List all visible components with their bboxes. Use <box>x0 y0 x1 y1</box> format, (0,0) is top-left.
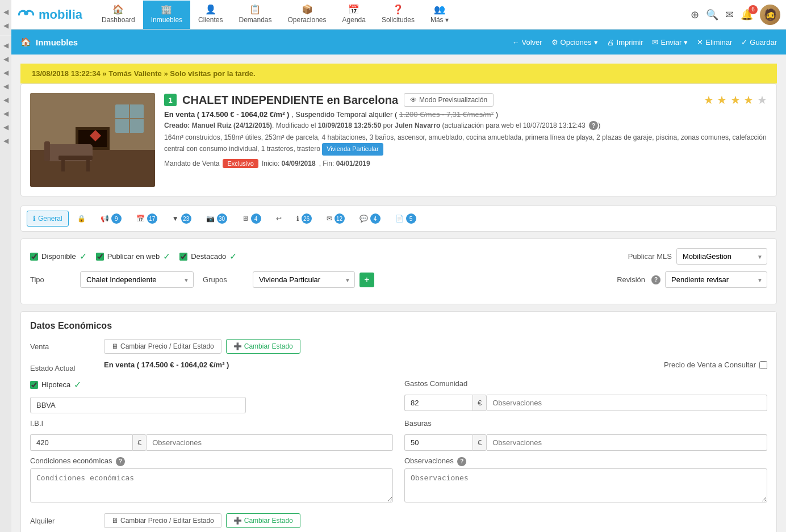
alquiler-cambiar-precio-button[interactable]: 🖥 Cambiar Precio / Editar Estado <box>104 513 221 528</box>
sidebar-arrow[interactable]: ◀ <box>2 121 10 133</box>
observaciones-help-icon[interactable]: ? <box>457 457 466 466</box>
gastos-comunidad-input[interactable] <box>404 395 473 411</box>
star-4: ★ <box>743 94 754 106</box>
tab-history[interactable]: ↩ <box>270 211 288 227</box>
nav-demandas[interactable]: 📋 Demandas <box>231 1 279 29</box>
gastos-comunidad-input-group: € <box>404 395 487 411</box>
nav-mas[interactable]: 👥 Más ▾ <box>423 1 457 29</box>
tab-calendar[interactable]: 📅 17 <box>130 210 164 228</box>
hipoteca-checkbox[interactable] <box>30 381 38 389</box>
publicar-web-label: Publicar en web <box>107 252 160 261</box>
nav-clientes[interactable]: 👤 Clientes <box>190 1 231 29</box>
revision-help-icon[interactable]: ? <box>651 275 660 284</box>
precio-consultar-label: Precio de Venta a Consultar <box>664 361 756 369</box>
dashboard-icon: 🏠 <box>112 4 124 15</box>
notifications-button[interactable]: 🔔 6 <box>741 9 753 21</box>
grupos-select[interactable]: Vivienda Particular Otro grupo <box>253 271 355 288</box>
left-sidebar: ◀ ◀ ◀ ◀ ◀ ◀ ◀ ◀ ◀ ◀ <box>0 0 11 532</box>
sidebar-arrow[interactable]: ◀ <box>2 39 10 52</box>
gear-icon: ⚙ <box>551 38 558 47</box>
gastos-obs-input[interactable] <box>487 395 767 411</box>
user-avatar[interactable]: 🧔 <box>760 5 780 25</box>
tab-whatsapp[interactable]: 💬 4 <box>353 210 387 228</box>
mail-button[interactable]: ✉ <box>725 9 734 21</box>
sidebar-arrow[interactable]: ◀ <box>2 6 10 18</box>
sidebar-arrow[interactable]: ◀ <box>2 107 10 120</box>
add-button[interactable]: ⊕ <box>691 9 699 21</box>
ibi-input[interactable] <box>30 434 132 451</box>
nav-inmuebles-label: Inmuebles <box>151 16 182 24</box>
section-bar: 🏠 Inmuebles ← Volver ⚙ Opciones ▾ 🖨 Impr… <box>11 30 786 55</box>
precio-consultar-checkbox[interactable] <box>759 361 767 369</box>
clientes-icon: 👤 <box>205 4 216 15</box>
property-image <box>30 93 155 187</box>
condiciones-help-icon[interactable]: ? <box>116 457 125 466</box>
tab-docs-badge: 5 <box>406 213 416 224</box>
nav-dashboard[interactable]: 🏠 Dashboard <box>94 1 143 29</box>
nav-agenda[interactable]: 📅 Agenda <box>335 1 374 29</box>
tab-mail[interactable]: ✉ 12 <box>320 210 351 228</box>
tab-screen[interactable]: 🖥 4 <box>236 210 267 228</box>
search-button[interactable]: 🔍 <box>706 9 718 21</box>
nav-inmuebles[interactable]: 🏢 Inmuebles <box>143 1 190 29</box>
tab-broadcast-badge: 9 <box>111 213 122 224</box>
condiciones-textarea[interactable] <box>30 468 393 502</box>
basuras-obs-input[interactable] <box>487 434 767 451</box>
sidebar-arrow[interactable]: ◀ <box>2 94 10 106</box>
property-info: 1 CHALET INDEPENDIENTE en Barcelona 👁 Mo… <box>164 93 767 187</box>
tab-lock[interactable]: 🔒 <box>71 211 92 227</box>
chat-icon: 💬 <box>359 215 368 223</box>
cambiar-estado-button[interactable]: ➕ Cambiar Estado <box>226 339 300 354</box>
publicar-mls-select[interactable]: MobiliaGestion <box>676 248 767 265</box>
tab-photos[interactable]: 📷 30 <box>200 210 233 228</box>
alquiler-cambiar-estado-button[interactable]: ➕ Cambiar Estado <box>226 513 300 528</box>
disponible-checkbox[interactable] <box>30 253 38 261</box>
basuras-input[interactable] <box>404 434 473 451</box>
tab-filter[interactable]: ▼ 23 <box>166 210 198 228</box>
publicar-web-checkbox[interactable] <box>96 253 104 261</box>
back-button[interactable]: ← Volver <box>512 38 542 47</box>
tab-general-label: General <box>38 215 62 223</box>
sidebar-arrow[interactable]: ◀ <box>2 66 10 79</box>
hipoteca-input[interactable] <box>30 397 246 413</box>
preview-button[interactable]: 👁 Modo Previsualización <box>404 93 494 107</box>
nav-operaciones[interactable]: 📦 Operaciones <box>280 1 335 29</box>
sidebar-arrow[interactable]: ◀ <box>2 53 10 65</box>
megaphone-icon: 📢 <box>101 215 109 223</box>
publicar-mls-label: Publicar MLS <box>628 252 672 261</box>
ibi-obs-input[interactable] <box>147 434 393 451</box>
grupos-select-wrapper: Vivienda Particular Otro grupo <box>253 271 355 288</box>
destacado-check-icon: ✓ <box>229 251 237 262</box>
send-button[interactable]: ✉ Enviar ▾ <box>652 38 688 47</box>
sidebar-arrow[interactable]: ◀ <box>2 135 10 147</box>
revision-label: Revisión <box>617 275 645 284</box>
tab-broadcast[interactable]: 📢 9 <box>94 210 128 228</box>
nav-mas-label: Más ▾ <box>430 16 449 24</box>
star-rating: ★ ★ ★ ★ ★ <box>704 93 767 107</box>
monitor-icon: 🖥 <box>242 215 249 223</box>
observaciones-textarea[interactable] <box>404 468 767 502</box>
tipo-select[interactable]: Chalet Independiente Piso Casa Local Sol… <box>80 271 194 288</box>
tab-general[interactable]: ℹ General <box>27 211 69 227</box>
alquiler-price-icon: 🖥 <box>111 517 118 525</box>
options-button[interactable]: ⚙ Opciones ▾ <box>551 38 598 47</box>
add-grupo-button[interactable]: + <box>359 273 374 287</box>
svg-rect-8 <box>58 156 93 160</box>
nav-dashboard-label: Dashboard <box>102 16 135 24</box>
nav-solicitudes[interactable]: ❓ Solicitudes <box>374 1 423 29</box>
save-button[interactable]: ✓ Guardar <box>741 38 777 47</box>
delete-button[interactable]: ✕ Eliminar <box>697 38 732 47</box>
revision-select[interactable]: Pendiente revisar Revisado No revisar <box>665 271 767 288</box>
tab-info2[interactable]: ℹ 26 <box>290 210 318 228</box>
meta-help-icon[interactable]: ? <box>589 121 598 130</box>
sidebar-arrow[interactable]: ◀ <box>2 19 10 32</box>
tab-docs[interactable]: 📄 5 <box>389 210 423 228</box>
sidebar-arrow[interactable]: ◀ <box>2 80 10 93</box>
tab-filter-badge: 23 <box>181 213 191 224</box>
destacado-checkbox[interactable] <box>179 253 187 261</box>
print-button[interactable]: 🖨 Imprimir <box>607 38 643 47</box>
lock-icon: 🔒 <box>77 215 86 223</box>
star-5: ★ <box>757 94 767 106</box>
section-title: Inmuebles <box>36 37 78 47</box>
cambiar-precio-button[interactable]: 🖥 Cambiar Precio / Editar Estado <box>104 339 221 354</box>
